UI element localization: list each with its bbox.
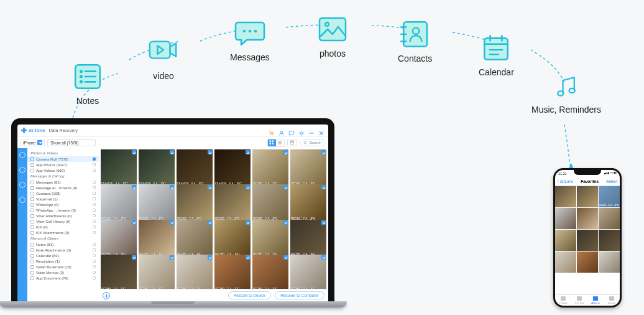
- phone-tab[interactable]: Albums: [587, 295, 604, 306]
- phone-tab[interactable]: Search: [604, 295, 620, 306]
- phone-photo-thumb[interactable]: [555, 230, 576, 251]
- sidebar-item-checkbox[interactable]: [93, 163, 96, 166]
- sidebar-item[interactable]: Messages (81): [27, 179, 99, 185]
- sidebar-item[interactable]: App Photos (6327): [27, 162, 99, 167]
- photo-thumbnail[interactable]: F9A4036…0.A…JPG: [139, 149, 175, 186]
- phone-select-button[interactable]: Select: [606, 179, 617, 184]
- sidebar-item-checkbox[interactable]: [93, 203, 96, 206]
- sidebar-item-checkbox[interactable]: [93, 248, 96, 252]
- thumb-checkbox[interactable]: [208, 185, 212, 189]
- thumb-checkbox[interactable]: [321, 255, 326, 260]
- sidebar-item-checkbox[interactable]: [93, 158, 96, 161]
- search-input[interactable]: Search: [300, 139, 325, 146]
- sidebar-item[interactable]: Calendar (83): [27, 253, 99, 258]
- sidebar-item-checkbox[interactable]: [93, 260, 96, 263]
- photo-thumbnail[interactable]: F9A4036…0.A…JPG: [214, 149, 251, 186]
- phone-photo-thumb[interactable]: [555, 252, 576, 273]
- filter-dropdown[interactable]: Show all (7578): [47, 139, 96, 146]
- thumb-checkbox[interactable]: [246, 185, 250, 189]
- sidebar-item[interactable]: Message At…hments (8): [27, 185, 99, 190]
- gear-icon[interactable]: [298, 128, 305, 134]
- minimize-icon[interactable]: [308, 128, 315, 134]
- restore-button[interactable]: Restore to Device: [228, 291, 272, 299]
- sidebar-item[interactable]: Reminders (1): [27, 258, 99, 264]
- photo-thumbnail[interactable]: REDB0…7.A…JPG: [290, 220, 326, 256]
- sidebar-item-checkbox[interactable]: [93, 276, 96, 280]
- thumb-checkbox[interactable]: [208, 255, 212, 260]
- thumb-checkbox[interactable]: [246, 220, 250, 225]
- phone-photo-thumb[interactable]: [577, 230, 598, 251]
- thumb-checkbox[interactable]: [132, 255, 136, 260]
- photo-thumbnail[interactable]: REDB0…7.A…JPG: [290, 149, 326, 186]
- photo-thumbnail[interactable]: REDB0…7.A…JPG: [101, 220, 137, 256]
- phone-photo-thumb[interactable]: RAF8…6.4…JPG: [599, 186, 620, 207]
- thumb-checkbox[interactable]: [170, 150, 174, 154]
- photo-thumbnail[interactable]: REDB0…7.A…JPG: [214, 255, 251, 289]
- photo-thumbnail[interactable]: REDB0…7.A…JPG: [252, 184, 288, 220]
- sidebar-item-checkbox[interactable]: [93, 186, 96, 189]
- photo-thumbnail[interactable]: REDB0…7.A…JPG: [101, 255, 137, 289]
- photo-thumbnail[interactable]: F9A4036…0.A…JPG: [177, 149, 213, 186]
- phone-photo-thumb[interactable]: [577, 252, 598, 273]
- photo-thumbnail[interactable]: REDB0…7.A…JPG: [252, 220, 288, 256]
- sidebar-item[interactable]: KIK (0): [27, 224, 99, 230]
- sidebar-item[interactable]: App Videos (660): [27, 167, 99, 173]
- toggle-deleted-button[interactable]: [287, 139, 297, 146]
- phone-photo-thumb[interactable]: [599, 252, 620, 273]
- thumb-checkbox[interactable]: [283, 220, 288, 225]
- phone-photo-thumb[interactable]: [599, 208, 620, 229]
- list-view-button[interactable]: [276, 139, 284, 146]
- thumb-checkbox[interactable]: [283, 150, 288, 154]
- device-selector[interactable]: iPhone: [21, 139, 45, 146]
- thumb-checkbox[interactable]: [246, 255, 250, 260]
- recover-button[interactable]: Recover to Computer: [275, 291, 324, 299]
- sidebar-item[interactable]: Voice Memos (2): [27, 270, 99, 275]
- thumb-checkbox[interactable]: [321, 185, 326, 189]
- thumb-checkbox[interactable]: [170, 220, 174, 225]
- sidebar-item-checkbox[interactable]: [93, 209, 96, 212]
- phone-photo-thumb[interactable]: [577, 186, 598, 207]
- photo-thumbnail[interactable]: REDB0…7.A…JPG: [177, 255, 213, 289]
- add-button[interactable]: [103, 292, 110, 299]
- thumb-checkbox[interactable]: [132, 185, 136, 189]
- sidebar-item[interactable]: Contacts (108): [27, 190, 99, 196]
- sidebar-item-checkbox[interactable]: [93, 181, 96, 184]
- thumb-checkbox[interactable]: [321, 150, 326, 154]
- sidebar-item[interactable]: Safari Bookmark (18): [27, 264, 99, 270]
- photo-thumbnail[interactable]: REDB0…7.A…JPG: [214, 184, 251, 220]
- thumb-checkbox[interactable]: [208, 220, 212, 225]
- thumb-checkbox[interactable]: [246, 150, 250, 154]
- sidebar-item[interactable]: KIK Attachments (0): [27, 230, 99, 235]
- feedback-icon[interactable]: [288, 128, 295, 134]
- rail-icon[interactable]: [19, 167, 25, 173]
- sidebar-item-checkbox[interactable]: [93, 231, 96, 234]
- sidebar-item[interactable]: WhatsApp (0): [27, 202, 99, 207]
- rail-icon[interactable]: [19, 182, 25, 188]
- photo-thumbnail[interactable]: REDB0…7.A…JPG: [290, 184, 326, 220]
- thumb-checkbox[interactable]: [132, 220, 136, 225]
- sidebar-item[interactable]: Viber Attachments (0): [27, 213, 99, 219]
- sidebar-item-checkbox[interactable]: [93, 243, 96, 246]
- rail-icon[interactable]: [19, 152, 25, 158]
- sidebar-item[interactable]: App Document (76): [27, 275, 99, 281]
- sidebar-item-checkbox[interactable]: [93, 169, 96, 172]
- thumb-checkbox[interactable]: [132, 150, 136, 154]
- phone-photo-thumb[interactable]: [555, 186, 576, 207]
- thumb-checkbox[interactable]: [208, 150, 212, 154]
- sidebar-item-checkbox[interactable]: [93, 220, 96, 223]
- sidebar-item-checkbox[interactable]: [93, 265, 96, 268]
- sidebar-item-checkbox[interactable]: [93, 197, 96, 200]
- thumb-checkbox[interactable]: [321, 220, 326, 225]
- photo-thumbnail[interactable]: REDB0…7.A…JPG: [139, 220, 175, 256]
- photo-thumbnail[interactable]: REDB0…7.A…JPG: [177, 220, 213, 256]
- sidebar-item-checkbox[interactable]: [93, 225, 96, 228]
- thumb-checkbox[interactable]: [283, 185, 288, 189]
- photo-thumbnail[interactable]: F9A4036…0.A…JPG: [101, 149, 137, 186]
- phone-back-button[interactable]: ‹ Albums: [558, 179, 573, 184]
- phone-tab[interactable]: For You: [571, 295, 587, 306]
- photo-thumbnail[interactable]: REDB0…7.A…JPG: [214, 220, 251, 256]
- grid-view-button[interactable]: [268, 139, 276, 146]
- photo-thumbnail[interactable]: REDB0…7.A…JPG: [139, 184, 175, 220]
- sidebar-item[interactable]: WhatsApp …hments (0): [27, 207, 99, 213]
- phone-tab[interactable]: Photos: [555, 295, 571, 306]
